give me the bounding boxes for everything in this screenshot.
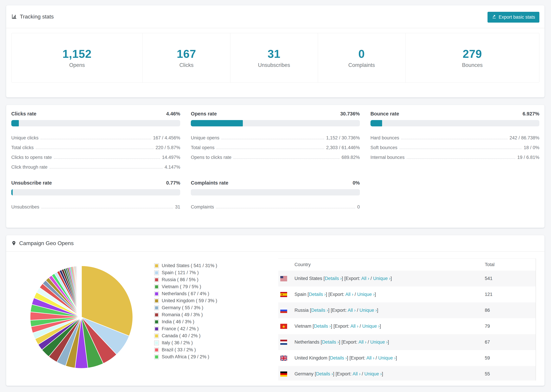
dotted-leader [407, 158, 515, 159]
export-all-link[interactable]: All › [353, 371, 360, 377]
es-flag-icon [280, 292, 287, 297]
details-link[interactable]: Details › [316, 371, 333, 377]
legend-item-canada[interactable]: Canada ( 40 / 2% ) [154, 332, 217, 339]
export-all-link[interactable]: All › [350, 324, 359, 329]
export-unique-link[interactable]: Unique › [364, 371, 382, 377]
rate-detail-label: Unsubscribes [11, 204, 39, 210]
rate-detail-label: Internal bounces [370, 155, 405, 161]
dotted-leader [233, 158, 339, 159]
details-link[interactable]: Details › [314, 324, 331, 329]
vn-flag-icon [280, 324, 287, 329]
legend-item-vietnam[interactable]: Vietnam ( 79 / 5% ) [154, 283, 217, 290]
country-name: Spain [295, 292, 306, 297]
details-link[interactable]: Details › [309, 292, 326, 297]
rate-detail-label: Unique clicks [11, 135, 38, 141]
rate-detail-row: Click through rate4.147% [11, 161, 180, 170]
export-unique-link[interactable]: Unique › [360, 308, 377, 313]
stat-label: Clicks [179, 62, 194, 68]
stat-value: 167 [177, 47, 196, 60]
export-icon [492, 14, 497, 20]
geo-table-container[interactable]: Country Total United States [Details ›] … [278, 259, 536, 381]
export-all-link[interactable]: All › [361, 276, 369, 281]
country-total: 67 [485, 334, 536, 350]
export-unique-link[interactable]: Unique › [357, 292, 374, 297]
legend-label: United Kingdom ( 59 / 3% ) [162, 298, 217, 303]
progress-bar [11, 120, 180, 126]
legend-swatch [154, 284, 159, 289]
stats-summary-strip: 1,152Opens167Clicks31Unsubscribes0Compla… [11, 33, 539, 83]
gb-flag-icon [280, 356, 287, 361]
export-all-link[interactable]: All › [345, 292, 353, 297]
stat-value: 279 [463, 47, 482, 60]
tracking-stats-title-text: Tracking stats [20, 14, 54, 20]
details-link[interactable]: Details › [311, 308, 328, 313]
rate-detail-label: Click through rate [11, 165, 48, 170]
stat-box-opens: 1,152Opens [11, 33, 143, 83]
legend-item-germany[interactable]: Germany ( 55 / 3% ) [154, 304, 217, 311]
rate-detail-label: Total opens [191, 145, 214, 151]
country-name: Netherlands [295, 339, 319, 345]
export-all-link[interactable]: All › [359, 339, 367, 345]
export-all-link[interactable]: All › [348, 308, 356, 313]
rate-section-opens-rate: Opens rate30.736%Unique opens1,152 / 30.… [191, 111, 360, 170]
legend-label: Russia ( 86 / 5% ) [162, 277, 198, 282]
legend-item-france[interactable]: France ( 42 / 2% ) [154, 325, 217, 332]
details-link[interactable]: Details › [325, 276, 342, 281]
geo-table: Country Total United States [Details ›] … [278, 259, 536, 381]
export-unique-link[interactable]: Unique › [373, 276, 390, 281]
export-unique-link[interactable]: Unique › [378, 355, 396, 361]
dotted-leader [54, 158, 160, 159]
legend-item-united-states[interactable]: United States ( 541 / 31% ) [154, 262, 217, 269]
rate-detail-value: 2,303 / 61.446% [326, 145, 360, 151]
legend-label: Netherlands ( 67 / 4% ) [162, 291, 209, 296]
legend-item-netherlands[interactable]: Netherlands ( 67 / 4% ) [154, 290, 217, 297]
progress-bar [191, 189, 360, 196]
legend-swatch [154, 341, 159, 345]
legend-swatch [154, 320, 159, 324]
tracking-stats-header: Tracking stats Export basic stats [6, 5, 544, 28]
dotted-leader [50, 168, 162, 168]
country-total: 121 [485, 287, 536, 302]
country-cell-text: Vietnam [Details ›] [Export: All › / Uni… [295, 324, 381, 329]
legend-item-india[interactable]: India ( 46 / 3% ) [154, 318, 217, 325]
rate-detail-value: 1,152 / 30.736% [326, 135, 360, 141]
us-flag-icon [280, 276, 287, 281]
export-all-link[interactable]: All › [366, 355, 374, 361]
legend-swatch [154, 334, 159, 338]
geo-card-title: Campaign Geo Opens [11, 240, 74, 246]
legend-label: India ( 46 / 3% ) [162, 319, 194, 324]
geo-table-header-country: Country [278, 259, 485, 271]
rate-value: 6.927% [523, 111, 539, 117]
geo-table-row-nl: Netherlands [Details ›] [Export: All › /… [278, 334, 536, 350]
details-link[interactable]: Details › [322, 339, 339, 345]
export-unique-link[interactable]: Unique › [362, 324, 380, 329]
rate-title: Clicks rate [11, 111, 36, 117]
legend-item-spain[interactable]: Spain ( 121 / 7% ) [154, 269, 217, 276]
legend-item-romania[interactable]: Romania ( 49 / 3% ) [154, 311, 217, 318]
export-unique-link[interactable]: Unique › [370, 339, 388, 345]
rate-title: Complaints rate [191, 180, 228, 186]
legend-item-south-africa[interactable]: South Africa ( 29 / 2% ) [154, 353, 217, 360]
country-name: Germany [295, 371, 313, 377]
rate-detail-value: 0 [357, 204, 360, 210]
rate-section-unsubscribe-rate: Unsubscribe rate0.77%Unsubscribes31 [11, 180, 180, 210]
legend-label: United States ( 541 / 31% ) [162, 263, 217, 268]
legend-swatch [154, 298, 159, 303]
geo-pie-chart[interactable] [28, 264, 134, 370]
legend-swatch [154, 291, 159, 296]
geo-table-header-total: Total [485, 259, 536, 271]
progress-bar [11, 189, 180, 196]
legend-item-united-kingdom[interactable]: United Kingdom ( 59 / 3% ) [154, 297, 217, 304]
legend-item-italy[interactable]: Italy ( 36 / 2% ) [154, 339, 217, 346]
country-cell-text: Netherlands [Details ›] [Export: All › /… [295, 339, 389, 345]
details-link[interactable]: Details › [330, 355, 347, 361]
legend-label: Romania ( 49 / 3% ) [162, 312, 203, 317]
export-basic-stats-button[interactable]: Export basic stats [487, 12, 539, 23]
legend-item-russia[interactable]: Russia ( 86 / 5% ) [154, 276, 217, 283]
legend-item-brazil[interactable]: Brazil ( 33 / 2% ) [154, 346, 217, 353]
rate-title-row: Bounce rate6.927% [370, 111, 539, 117]
rate-detail-label: Complaints [191, 204, 214, 210]
rate-detail-row: Hard bounces242 / 86.738% [370, 132, 539, 141]
de-flag-icon [280, 371, 287, 377]
country-cell-text: Russia [Details ›] [Export: All › / Uniq… [295, 308, 378, 313]
